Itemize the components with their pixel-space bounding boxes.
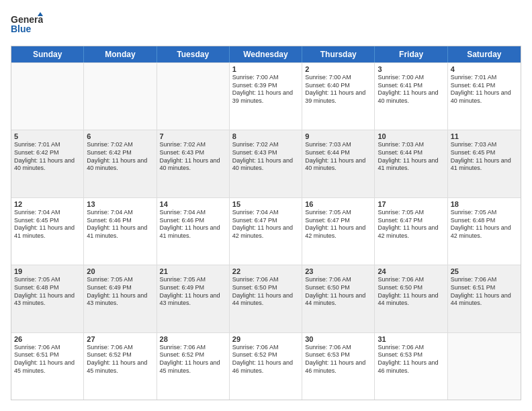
calendar-cell: 17 Sunrise: 7:05 AM Sunset: 6:47 PM Dayl… [375, 198, 447, 265]
cell-info: Sunrise: 7:03 AM Sunset: 6:44 PM Dayligh… [378, 141, 444, 173]
calendar-cell: 21 Sunrise: 7:05 AM Sunset: 6:49 PM Dayl… [157, 265, 230, 332]
calendar-cell: 4 Sunrise: 7:01 AM Sunset: 6:41 PM Dayli… [448, 63, 521, 130]
calendar-body: 1 Sunrise: 7:00 AM Sunset: 6:39 PM Dayli… [11, 62, 521, 400]
calendar-cell: 3 Sunrise: 7:00 AM Sunset: 6:41 PM Dayli… [375, 63, 447, 130]
cell-info: Sunrise: 7:06 AM Sunset: 6:52 PM Dayligh… [160, 344, 226, 375]
cell-info: Sunrise: 7:05 AM Sunset: 6:47 PM Dayligh… [378, 209, 444, 240]
calendar-cell: 24 Sunrise: 7:06 AM Sunset: 6:50 PM Dayl… [375, 265, 447, 332]
cell-info: Sunrise: 7:05 AM Sunset: 6:48 PM Dayligh… [451, 209, 518, 240]
cell-info: Sunrise: 7:06 AM Sunset: 6:53 PM Dayligh… [378, 344, 444, 375]
day-number: 22 [232, 267, 299, 275]
day-number: 21 [160, 267, 226, 275]
cell-info: Sunrise: 7:05 AM Sunset: 6:49 PM Dayligh… [160, 276, 226, 308]
header: General Blue [11, 11, 521, 39]
day-number: 30 [305, 335, 371, 343]
calendar-cell: 7 Sunrise: 7:02 AM Sunset: 6:43 PM Dayli… [157, 130, 230, 197]
calendar-cell: 8 Sunrise: 7:02 AM Sunset: 6:43 PM Dayli… [230, 130, 302, 197]
cell-info: Sunrise: 7:00 AM Sunset: 6:41 PM Dayligh… [378, 74, 444, 105]
calendar-cell: 15 Sunrise: 7:04 AM Sunset: 6:47 PM Dayl… [230, 198, 302, 265]
calendar-cell: 10 Sunrise: 7:03 AM Sunset: 6:44 PM Dayl… [375, 130, 447, 197]
day-number: 20 [87, 267, 153, 275]
calendar-cell: 9 Sunrise: 7:03 AM Sunset: 6:44 PM Dayli… [302, 130, 375, 197]
calendar-cell: 5 Sunrise: 7:01 AM Sunset: 6:42 PM Dayli… [11, 130, 84, 197]
day-header: Saturday [448, 46, 521, 62]
cell-info: Sunrise: 7:05 AM Sunset: 6:47 PM Dayligh… [305, 209, 371, 240]
day-number: 6 [87, 132, 153, 140]
calendar-cell: 30 Sunrise: 7:06 AM Sunset: 6:53 PM Dayl… [302, 333, 375, 400]
calendar-cell [448, 333, 521, 400]
cell-info: Sunrise: 7:06 AM Sunset: 6:51 PM Dayligh… [14, 344, 81, 375]
day-number: 10 [378, 132, 444, 140]
day-number: 28 [160, 335, 226, 343]
calendar-cell: 11 Sunrise: 7:03 AM Sunset: 6:45 PM Dayl… [448, 130, 521, 197]
cell-info: Sunrise: 7:06 AM Sunset: 6:50 PM Dayligh… [378, 276, 444, 308]
calendar-cell: 22 Sunrise: 7:06 AM Sunset: 6:50 PM Dayl… [230, 265, 302, 332]
calendar-header: SundayMondayTuesdayWednesdayThursdayFrid… [11, 46, 521, 62]
calendar-cell: 19 Sunrise: 7:05 AM Sunset: 6:48 PM Dayl… [11, 265, 84, 332]
cell-info: Sunrise: 7:02 AM Sunset: 6:43 PM Dayligh… [160, 141, 226, 173]
calendar: SundayMondayTuesdayWednesdayThursdayFrid… [11, 46, 521, 400]
day-header: Monday [84, 46, 157, 62]
day-number: 2 [305, 65, 371, 73]
day-number: 19 [14, 267, 81, 275]
calendar-cell: 26 Sunrise: 7:06 AM Sunset: 6:51 PM Dayl… [11, 333, 84, 400]
day-header: Sunday [11, 46, 84, 62]
svg-text:Blue: Blue [11, 24, 32, 34]
calendar-cell: 12 Sunrise: 7:04 AM Sunset: 6:45 PM Dayl… [11, 198, 84, 265]
cell-info: Sunrise: 7:03 AM Sunset: 6:44 PM Dayligh… [305, 141, 371, 173]
calendar-cell: 27 Sunrise: 7:06 AM Sunset: 6:52 PM Dayl… [84, 333, 157, 400]
day-number: 27 [87, 335, 153, 343]
day-header: Wednesday [230, 46, 302, 62]
cell-info: Sunrise: 7:06 AM Sunset: 6:53 PM Dayligh… [305, 344, 371, 375]
day-number: 31 [378, 335, 444, 343]
calendar-cell: 1 Sunrise: 7:00 AM Sunset: 6:39 PM Dayli… [230, 63, 302, 130]
calendar-cell: 6 Sunrise: 7:02 AM Sunset: 6:42 PM Dayli… [84, 130, 157, 197]
calendar-cell: 23 Sunrise: 7:06 AM Sunset: 6:50 PM Dayl… [302, 265, 375, 332]
calendar-cell: 25 Sunrise: 7:06 AM Sunset: 6:51 PM Dayl… [448, 265, 521, 332]
calendar-cell: 14 Sunrise: 7:04 AM Sunset: 6:46 PM Dayl… [157, 198, 230, 265]
day-number: 14 [160, 200, 226, 208]
day-number: 23 [305, 267, 371, 275]
cell-info: Sunrise: 7:06 AM Sunset: 6:51 PM Dayligh… [451, 276, 518, 308]
calendar-cell [11, 63, 84, 130]
cell-info: Sunrise: 7:04 AM Sunset: 6:46 PM Dayligh… [160, 209, 226, 240]
cell-info: Sunrise: 7:00 AM Sunset: 6:40 PM Dayligh… [305, 74, 371, 105]
cell-info: Sunrise: 7:03 AM Sunset: 6:45 PM Dayligh… [451, 141, 518, 173]
day-number: 26 [14, 335, 81, 343]
page: General Blue SundayMondayTuesdayWednesda… [0, 0, 532, 411]
day-number: 18 [451, 200, 518, 208]
cell-info: Sunrise: 7:06 AM Sunset: 6:52 PM Dayligh… [232, 344, 299, 375]
calendar-row: 19 Sunrise: 7:05 AM Sunset: 6:48 PM Dayl… [11, 265, 521, 332]
day-number: 17 [378, 200, 444, 208]
day-number: 15 [232, 200, 299, 208]
day-number: 3 [378, 65, 444, 73]
calendar-cell: 18 Sunrise: 7:05 AM Sunset: 6:48 PM Dayl… [448, 198, 521, 265]
day-number: 11 [451, 132, 518, 140]
day-number: 1 [232, 65, 299, 73]
cell-info: Sunrise: 7:04 AM Sunset: 6:47 PM Dayligh… [232, 209, 299, 240]
cell-info: Sunrise: 7:06 AM Sunset: 6:52 PM Dayligh… [87, 344, 153, 375]
calendar-cell [84, 63, 157, 130]
calendar-cell [157, 63, 230, 130]
calendar-cell: 28 Sunrise: 7:06 AM Sunset: 6:52 PM Dayl… [157, 333, 230, 400]
day-number: 12 [14, 200, 81, 208]
day-header: Tuesday [157, 46, 230, 62]
day-number: 24 [378, 267, 444, 275]
calendar-row: 1 Sunrise: 7:00 AM Sunset: 6:39 PM Dayli… [11, 62, 521, 130]
calendar-cell: 31 Sunrise: 7:06 AM Sunset: 6:53 PM Dayl… [375, 333, 447, 400]
cell-info: Sunrise: 7:05 AM Sunset: 6:49 PM Dayligh… [87, 276, 153, 308]
calendar-cell: 16 Sunrise: 7:05 AM Sunset: 6:47 PM Dayl… [302, 198, 375, 265]
cell-info: Sunrise: 7:04 AM Sunset: 6:45 PM Dayligh… [14, 209, 81, 240]
day-header: Friday [375, 46, 447, 62]
cell-info: Sunrise: 7:02 AM Sunset: 6:43 PM Dayligh… [232, 141, 299, 173]
cell-info: Sunrise: 7:01 AM Sunset: 6:41 PM Dayligh… [451, 74, 518, 105]
calendar-cell: 2 Sunrise: 7:00 AM Sunset: 6:40 PM Dayli… [302, 63, 375, 130]
day-number: 25 [451, 267, 518, 275]
day-number: 8 [232, 132, 299, 140]
calendar-cell: 13 Sunrise: 7:04 AM Sunset: 6:46 PM Dayl… [84, 198, 157, 265]
day-number: 16 [305, 200, 371, 208]
day-number: 13 [87, 200, 153, 208]
calendar-row: 12 Sunrise: 7:04 AM Sunset: 6:45 PM Dayl… [11, 197, 521, 265]
logo-icon: General Blue [11, 11, 43, 36]
cell-info: Sunrise: 7:04 AM Sunset: 6:46 PM Dayligh… [87, 209, 153, 240]
